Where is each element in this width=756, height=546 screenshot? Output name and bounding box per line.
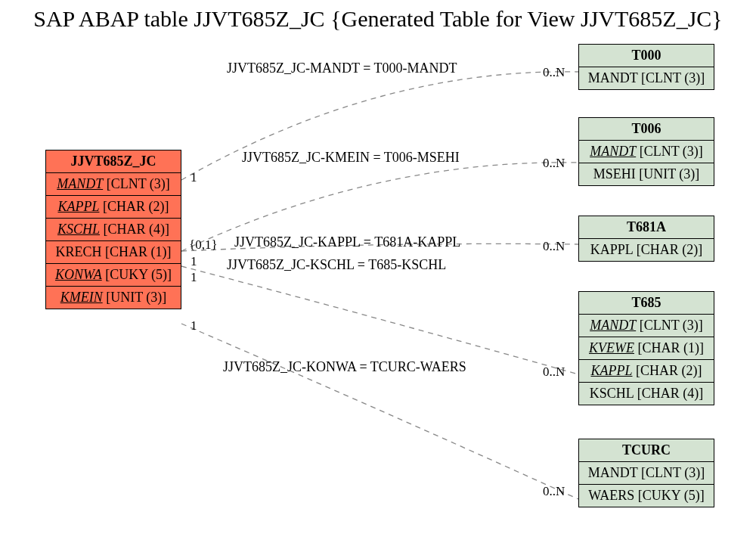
cardinality-left: 1: [191, 254, 197, 269]
entity-field: MANDT [CLNT (3)]: [579, 315, 714, 337]
entity-field: KSCHL [CHAR (4)]: [579, 382, 714, 405]
entity-field: MSEHI [UNIT (3)]: [579, 163, 714, 185]
entity-field: MANDT [CLNT (3)]: [579, 67, 714, 89]
entity-field: MANDT [CLNT (3)]: [46, 173, 181, 195]
entity-related: T000MANDT [CLNT (3)]: [578, 44, 714, 90]
cardinality-left: 1: [191, 318, 197, 333]
entity-related: T681AKAPPL [CHAR (2)]: [578, 216, 714, 262]
cardinality-right: 0..N: [543, 484, 565, 499]
cardinality-right: 0..N: [543, 239, 565, 254]
relation-label: JJVT685Z_JC-KAPPL = T681A-KAPPL: [234, 234, 460, 250]
entity-related: TCURCMANDT [CLNT (3)]WAERS [CUKY (5)]: [578, 439, 714, 507]
relation-label: JJVT685Z_JC-MANDT = T000-MANDT: [227, 60, 457, 76]
entity-field: KVEWE [CHAR (1)]: [579, 337, 714, 359]
diagram-title: SAP ABAP table JJVT685Z_JC {Generated Ta…: [33, 6, 723, 32]
entity-related: T685MANDT [CLNT (3)]KVEWE [CHAR (1)]KAPP…: [578, 291, 714, 405]
relation-label: JJVT685Z_JC-KMEIN = T006-MSEHI: [242, 150, 460, 166]
entity-field: WAERS [CUKY (5)]: [579, 484, 714, 507]
entity-field: KMEIN [UNIT (3)]: [46, 286, 181, 309]
entity-field: MANDT [CLNT (3)]: [579, 141, 714, 163]
entity-header: T000: [579, 45, 714, 67]
entity-field: KSCHL [CHAR (4)]: [46, 218, 181, 240]
cardinality-right: 0..N: [543, 65, 565, 80]
cardinality-left: 1: [191, 270, 197, 285]
entity-header: TCURC: [579, 439, 714, 462]
entity-field: KAPPL [CHAR (2)]: [579, 359, 714, 382]
entity-field: MANDT [CLNT (3)]: [579, 462, 714, 484]
entity-main: JJVT685Z_JC MANDT [CLNT (3)]KAPPL [CHAR …: [45, 150, 181, 309]
entity-header: T006: [579, 118, 714, 141]
cardinality-right: 0..N: [543, 365, 565, 380]
entity-header: T685: [579, 292, 714, 315]
relation-label: JJVT685Z_JC-KSCHL = T685-KSCHL: [227, 257, 446, 273]
entity-related: T006MANDT [CLNT (3)]MSEHI [UNIT (3)]: [578, 117, 714, 186]
entity-field: KAPPL [CHAR (2)]: [46, 195, 181, 218]
entity-field: KRECH [CHAR (1)]: [46, 240, 181, 263]
entity-field: KAPPL [CHAR (2)]: [579, 239, 714, 261]
relation-label: JJVT685Z_JC-KONWA = TCURC-WAERS: [223, 359, 466, 375]
cardinality-right: 0..N: [543, 156, 565, 171]
cardinality-left: 1: [191, 170, 197, 185]
entity-header: T681A: [579, 216, 714, 239]
cardinality-left: {0,1}: [189, 237, 218, 253]
entity-main-header: JJVT685Z_JC: [46, 150, 181, 173]
entity-field: KONWA [CUKY (5)]: [46, 263, 181, 286]
